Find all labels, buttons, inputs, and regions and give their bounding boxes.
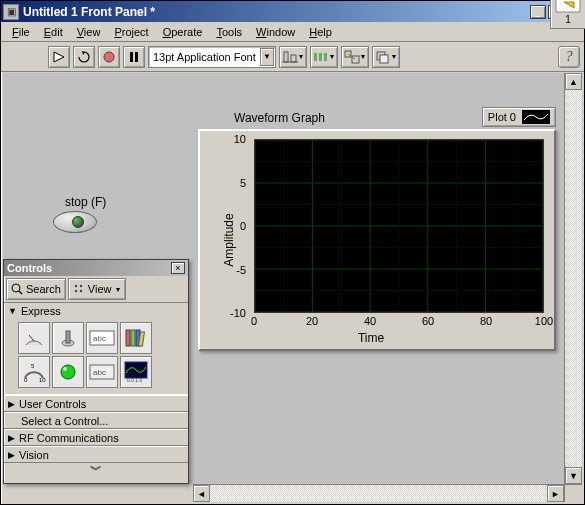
graph-legend[interactable]: Plot 0 (482, 107, 556, 127)
abort-button[interactable] (98, 46, 120, 68)
y-tick: 10 (234, 133, 246, 145)
x-tick: 20 (306, 315, 318, 327)
menu-operate[interactable]: Operate (156, 24, 210, 40)
section-vision[interactable]: ▶ Vision (4, 446, 188, 463)
palette-search-button[interactable]: Search (6, 278, 66, 300)
svg-text:0.0 1.0: 0.0 1.0 (127, 377, 143, 383)
menu-file-rest: ile (19, 26, 30, 38)
menu-file[interactable]: File (5, 24, 37, 40)
controls-palette: Controls × Search View ▼ ▼ Express abc (3, 259, 189, 484)
svg-line-36 (19, 291, 22, 294)
palette-titlebar[interactable]: Controls × (4, 260, 188, 276)
svg-rect-3 (284, 52, 288, 62)
plot-area[interactable] (254, 139, 544, 313)
x-ticks: 0 20 40 60 80 100 (254, 315, 544, 329)
palette-view-button[interactable]: View ▼ (68, 278, 127, 300)
scroll-left-button[interactable]: ◄ (193, 485, 210, 502)
align-objects-button[interactable]: ▼ (279, 46, 307, 68)
y-ticks: 10 5 0 -5 -10 (200, 139, 250, 313)
minimize-button[interactable]: _ (530, 5, 546, 19)
svg-text:5: 5 (31, 363, 35, 369)
svg-point-53 (61, 365, 75, 379)
run-continuously-button[interactable] (73, 46, 95, 68)
x-tick: 80 (480, 315, 492, 327)
plot-grid-icon (255, 140, 543, 312)
resize-objects-button[interactable]: ▼ (341, 46, 369, 68)
palette-toolbar: Search View ▼ (4, 276, 188, 302)
expand-arrow-icon: ▶ (8, 450, 15, 460)
textbox-icon: abc (89, 364, 115, 380)
waveform-graph: Waveform Graph Plot 0 Amplitude (198, 111, 558, 351)
express-icon-grid: abc 0510 abc 0.0 1.0 (4, 319, 188, 394)
svg-point-35 (12, 284, 20, 292)
svg-point-40 (80, 290, 82, 292)
stop-button[interactable] (53, 211, 97, 233)
app-icon: ▣ (3, 4, 19, 20)
menu-project[interactable]: Project (107, 24, 155, 40)
menu-help[interactable]: Help (302, 24, 339, 40)
palette-item-led[interactable] (52, 356, 84, 388)
font-select[interactable]: 13pt Application Font ▼ (148, 46, 276, 68)
pause-button[interactable] (123, 46, 145, 68)
palette-expand-handle[interactable]: ︾ (4, 463, 188, 477)
svg-rect-8 (324, 53, 327, 61)
svg-rect-47 (131, 330, 135, 346)
scroll-up-button[interactable]: ▲ (565, 73, 582, 90)
svg-line-41 (29, 335, 34, 341)
section-rf-communications[interactable]: ▶ RF Communications (4, 429, 188, 446)
svg-rect-12 (380, 55, 388, 63)
menu-view[interactable]: View (70, 24, 108, 40)
toolbar: 13pt Application Font ▼ ▼ ▼ ▼ ▼ ? (1, 42, 584, 72)
expand-arrow-icon: ▶ (8, 399, 15, 409)
help-button[interactable]: ? (558, 46, 580, 68)
section-user-controls[interactable]: ▶ User Controls (4, 395, 188, 412)
scroll-down-button[interactable]: ▼ (565, 467, 582, 484)
stop-label: stop (F) (65, 195, 106, 209)
x-tick: 0 (251, 315, 257, 327)
svg-point-37 (75, 285, 77, 287)
led-icon (59, 363, 77, 381)
scroll-track[interactable] (565, 90, 582, 467)
palette-item-toggle[interactable] (52, 322, 84, 354)
svg-rect-1 (130, 52, 133, 62)
palette-close-button[interactable]: × (171, 262, 185, 274)
reorder-button[interactable]: ▼ (372, 46, 400, 68)
menu-window[interactable]: Window (249, 24, 302, 40)
scroll-right-button[interactable]: ► (547, 485, 564, 502)
palette-item-string[interactable]: abc (86, 322, 118, 354)
resize-grip[interactable] (564, 484, 582, 502)
section-express-header[interactable]: ▼ Express (4, 303, 188, 319)
search-icon (11, 283, 23, 295)
run-button[interactable] (48, 46, 70, 68)
palette-item-array[interactable] (120, 322, 152, 354)
context-help-panel[interactable]: 1 (550, 0, 585, 29)
titlebar: ▣ Untitled 1 Front Panel * _ □ × (1, 1, 584, 22)
palette-item-gauge[interactable]: 0510 (18, 356, 50, 388)
distribute-objects-button[interactable]: ▼ (310, 46, 338, 68)
svg-rect-7 (319, 53, 322, 61)
graph-title: Waveform Graph (234, 111, 325, 125)
scroll-track[interactable] (210, 485, 547, 502)
menu-edit[interactable]: Edit (37, 24, 70, 40)
svg-rect-43 (66, 331, 70, 343)
vertical-scrollbar[interactable]: ▲ ▼ (564, 73, 582, 484)
graph-container: Amplitude (198, 129, 556, 351)
menu-tools[interactable]: Tools (209, 24, 249, 40)
resize-icon (344, 50, 360, 64)
y-tick: -10 (230, 307, 246, 319)
svg-text:0: 0 (24, 377, 28, 383)
svg-rect-6 (314, 53, 317, 61)
palette-item-graph[interactable]: 0.0 1.0 (120, 356, 152, 388)
vision-label: Vision (19, 449, 49, 461)
horizontal-scrollbar[interactable]: ◄ ► (193, 484, 564, 502)
svg-point-54 (63, 367, 67, 371)
vi-icon (554, 0, 582, 14)
svg-rect-46 (126, 330, 130, 346)
chevron-down-icon: ▼ (260, 48, 274, 66)
reorder-icon (375, 50, 391, 64)
help-icon: ? (566, 49, 573, 65)
palette-item-string-ind[interactable]: abc (86, 356, 118, 388)
graph-icon: 0.0 1.0 (124, 361, 148, 383)
section-select-control[interactable]: Select a Control... (4, 412, 188, 429)
palette-item-dial[interactable] (18, 322, 50, 354)
